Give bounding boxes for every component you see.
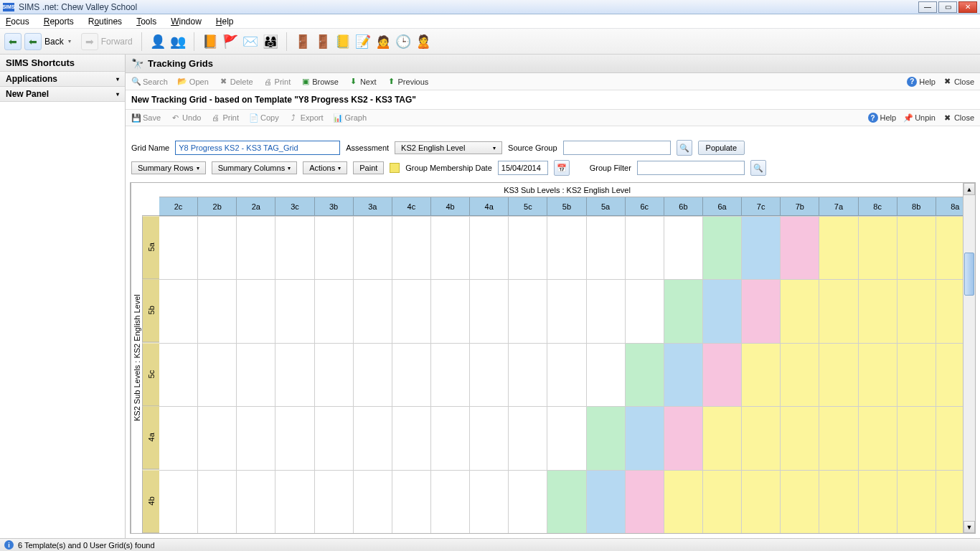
graph-action[interactable]: 📊Graph <box>333 113 367 123</box>
grid-cell[interactable] <box>897 216 936 279</box>
col-header[interactable]: 8b <box>897 197 936 216</box>
grid-cell[interactable] <box>470 470 509 533</box>
grid-cell[interactable] <box>275 216 314 279</box>
grid-cell[interactable] <box>354 216 392 279</box>
row-header[interactable]: 5b <box>142 279 159 342</box>
grid-cell[interactable] <box>315 279 354 342</box>
notebook-icon[interactable]: 📒 <box>334 33 352 50</box>
col-header[interactable]: 2c <box>159 197 198 216</box>
menu-help[interactable]: Help <box>216 17 234 27</box>
grid-cell[interactable] <box>547 343 586 406</box>
grid-cell[interactable] <box>392 406 431 469</box>
menu-routines[interactable]: Routines <box>88 17 122 27</box>
col-header[interactable]: 5b <box>547 197 586 216</box>
grid-cell[interactable] <box>742 279 781 342</box>
vertical-scrollbar[interactable]: ▲ ▼ <box>963 183 975 533</box>
grid-cell[interactable] <box>159 216 198 279</box>
export-action[interactable]: ⤴Export <box>289 113 324 123</box>
col-header[interactable]: 6a <box>703 197 742 216</box>
grid-cell[interactable] <box>781 470 819 533</box>
help-action[interactable]: ?Help <box>868 113 897 123</box>
row-header[interactable]: 5a <box>142 216 159 279</box>
sidebar-item-new-panel[interactable]: New Panel ▾ <box>0 87 125 102</box>
grid-cell[interactable] <box>354 279 392 342</box>
grid-cell[interactable] <box>159 470 198 533</box>
grid-cell[interactable] <box>509 216 547 279</box>
grid-cell[interactable] <box>664 406 703 469</box>
row-header[interactable]: 5c <box>142 343 159 406</box>
grid-cell[interactable] <box>819 279 858 342</box>
grid-cell[interactable] <box>587 470 626 533</box>
previous-action[interactable]: ⬆Previous <box>387 77 429 86</box>
grid-cell[interactable] <box>275 406 314 469</box>
col-header[interactable]: 4a <box>470 197 509 216</box>
grid-cell[interactable] <box>664 470 703 533</box>
grid-cell[interactable] <box>781 343 819 406</box>
grid-cell[interactable] <box>509 406 547 469</box>
grid-cell[interactable] <box>237 279 275 342</box>
grid-cell[interactable] <box>587 279 626 342</box>
grid-cell[interactable] <box>703 216 742 279</box>
grid-cell[interactable] <box>431 216 470 279</box>
grid-cell[interactable] <box>354 470 392 533</box>
summary-rows-dropdown[interactable]: Summary Rows▾ <box>131 161 206 174</box>
grid-cell[interactable] <box>198 216 237 279</box>
person-orange-icon[interactable]: 👤 <box>149 33 166 50</box>
maximize-button[interactable]: ▭ <box>938 1 957 13</box>
grid-cell[interactable] <box>626 216 664 279</box>
grid-cell[interactable] <box>664 216 703 279</box>
search-action[interactable]: 🔍Search <box>131 77 168 86</box>
scroll-thumb[interactable] <box>964 253 974 296</box>
grid-cell[interactable] <box>781 406 819 469</box>
grid-name-input[interactable] <box>175 141 340 155</box>
calendar-button[interactable]: 📅 <box>554 160 570 176</box>
edit-icon[interactable]: 📝 <box>354 33 372 50</box>
grid-cell[interactable] <box>819 343 858 406</box>
grid-cell[interactable] <box>859 470 897 533</box>
grid-cell[interactable] <box>897 343 936 406</box>
grid-cell[interactable] <box>781 279 819 342</box>
grid-cell[interactable] <box>859 279 897 342</box>
scroll-down-button[interactable]: ▼ <box>963 521 975 533</box>
people-icon[interactable]: 👨‍👩‍👧 <box>262 33 279 50</box>
grid-cell[interactable] <box>315 406 354 469</box>
grid-cell[interactable] <box>509 279 547 342</box>
grid-cell[interactable] <box>587 343 626 406</box>
row-header[interactable]: 4b <box>142 470 159 533</box>
grid-cell[interactable] <box>703 470 742 533</box>
menu-window[interactable]: Window <box>171 17 202 27</box>
grid-cell[interactable] <box>431 470 470 533</box>
col-header[interactable]: 3b <box>315 197 354 216</box>
grid-cell[interactable] <box>237 406 275 469</box>
grid-cell[interactable] <box>626 343 664 406</box>
scroll-up-button[interactable]: ▲ <box>963 183 975 195</box>
grid-cell[interactable] <box>742 343 781 406</box>
delete-action[interactable]: ✖Delete <box>219 77 253 86</box>
grid-cell[interactable] <box>626 279 664 342</box>
grid-cell[interactable] <box>198 470 237 533</box>
grid-cell[interactable] <box>547 470 586 533</box>
grid-cell[interactable] <box>897 406 936 469</box>
grid-cell[interactable] <box>159 406 198 469</box>
grid-cell[interactable] <box>275 343 314 406</box>
grid-cell[interactable] <box>470 406 509 469</box>
col-header[interactable]: 7c <box>742 197 781 216</box>
grid-cell[interactable] <box>742 470 781 533</box>
grid-cell[interactable] <box>859 216 897 279</box>
grid-cell[interactable] <box>431 279 470 342</box>
actions-dropdown[interactable]: Actions▾ <box>303 161 347 174</box>
grid-cell[interactable] <box>859 343 897 406</box>
grid-cell[interactable] <box>626 470 664 533</box>
populate-button[interactable]: Populate <box>698 141 745 155</box>
next-action[interactable]: ⬇Next <box>349 77 377 86</box>
person-green-icon[interactable]: 👥 <box>169 33 187 50</box>
menu-reports[interactable]: Reports <box>44 17 74 27</box>
flag-icon[interactable]: 🚩 <box>222 33 239 50</box>
col-header[interactable]: 8c <box>859 197 897 216</box>
col-header[interactable]: 5a <box>587 197 626 216</box>
grid-cell[interactable] <box>703 279 742 342</box>
grid-cell[interactable] <box>392 470 431 533</box>
grid-cell[interactable] <box>392 279 431 342</box>
grid-cell[interactable] <box>664 343 703 406</box>
grid-cell[interactable] <box>354 406 392 469</box>
